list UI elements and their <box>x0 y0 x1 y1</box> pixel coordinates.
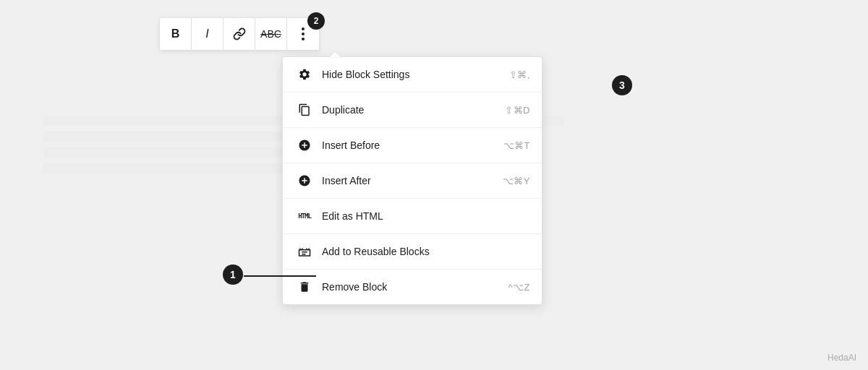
menu-item-insert-after[interactable]: Insert After ⌥⌘Y <box>283 163 542 199</box>
menu-shortcut-hide-block-settings: ⇧⌘, <box>509 69 530 80</box>
menu-item-duplicate[interactable]: Duplicate ⇧⌘D <box>283 92 542 128</box>
menu-label-insert-before: Insert Before <box>322 139 503 151</box>
menu-label-remove-block: Remove Block <box>322 281 508 293</box>
html-icon: HTML <box>294 206 315 226</box>
menu-label-edit-as-html: Edit as HTML <box>322 210 530 222</box>
watermark: HedaAI <box>827 353 856 363</box>
toolbar-badge-2: 2 <box>307 12 325 30</box>
menu-label-insert-after: Insert After <box>322 175 503 186</box>
menu-label-duplicate: Duplicate <box>322 104 505 116</box>
menu-label-hide-block-settings: Hide Block Settings <box>322 69 509 80</box>
more-options-button[interactable]: 2 <box>287 18 319 50</box>
gear-icon <box>294 64 315 85</box>
annotation-badge-3: 3 <box>612 75 632 95</box>
svg-marker-1 <box>330 52 340 57</box>
link-icon <box>233 27 246 40</box>
menu-shortcut-insert-before: ⌥⌘T <box>503 140 530 151</box>
menu-label-add-to-reusable-blocks: Add to Reusable Blocks <box>322 246 530 257</box>
dots-icon <box>302 27 305 40</box>
duplicate-icon <box>294 100 315 120</box>
menu-shortcut-duplicate: ⇧⌘D <box>505 105 530 116</box>
annotation-badge-1: 1 <box>223 264 243 285</box>
menu-item-hide-block-settings[interactable]: Hide Block Settings ⇧⌘, <box>283 57 542 92</box>
insert-after-icon <box>294 171 315 191</box>
insert-before-icon <box>294 135 315 155</box>
italic-button[interactable]: I <box>192 18 224 50</box>
bold-button[interactable]: B <box>160 18 192 50</box>
menu-shortcut-remove-block: ^⌥Z <box>508 282 530 293</box>
link-button[interactable] <box>224 18 255 50</box>
menu-item-remove-block[interactable]: Remove Block ^⌥Z <box>283 270 542 304</box>
menu-shortcut-insert-after: ⌥⌘Y <box>503 176 530 186</box>
strikethrough-button[interactable]: ABC <box>255 18 287 50</box>
dropdown-arrow <box>329 51 341 57</box>
menu-item-edit-as-html[interactable]: HTML Edit as HTML <box>283 199 542 234</box>
block-toolbar: B I ABC 2 <box>159 17 320 51</box>
annotation-arrow-1 <box>244 275 316 277</box>
block-options-menu: Hide Block Settings ⇧⌘, Duplicate ⇧⌘D In… <box>282 56 542 305</box>
menu-item-insert-before[interactable]: Insert Before ⌥⌘T <box>283 128 542 163</box>
reusable-blocks-icon <box>294 241 315 262</box>
menu-item-add-to-reusable-blocks[interactable]: Add to Reusable Blocks <box>283 234 542 270</box>
trash-icon <box>294 277 315 297</box>
